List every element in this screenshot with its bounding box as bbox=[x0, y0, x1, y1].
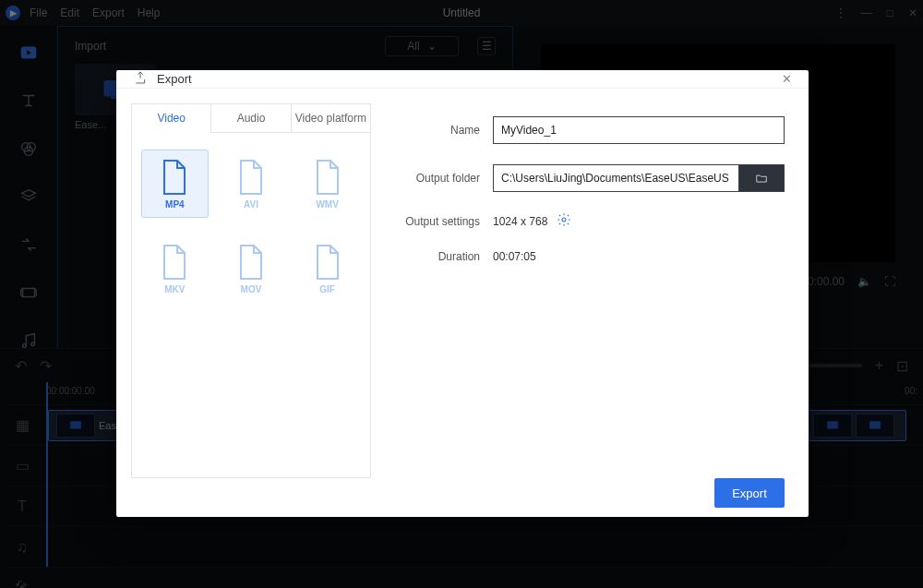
format-label: MKV bbox=[164, 284, 185, 294]
format-label: MOV bbox=[241, 284, 262, 294]
settings-gear-icon[interactable] bbox=[557, 212, 571, 230]
browse-folder-button[interactable] bbox=[738, 164, 785, 192]
file-icon bbox=[160, 159, 189, 196]
format-grid: MP4AVIWMVMKVMOVGIF bbox=[141, 150, 361, 303]
svg-point-12 bbox=[562, 218, 566, 222]
modal-title: Export bbox=[157, 72, 192, 86]
export-modal: Export ✕ Video Audio Video platform MP4A… bbox=[116, 70, 809, 517]
tab-video[interactable]: Video bbox=[131, 103, 211, 133]
close-icon[interactable]: ✕ bbox=[782, 72, 792, 86]
file-icon bbox=[236, 244, 266, 281]
folder-label: Output folder bbox=[388, 172, 480, 185]
tab-platform[interactable]: Video platform bbox=[291, 103, 371, 133]
folder-icon bbox=[754, 172, 769, 185]
format-label: MP4 bbox=[165, 199, 185, 210]
name-input[interactable] bbox=[493, 116, 785, 144]
file-icon bbox=[313, 159, 342, 196]
duration-label: Duration bbox=[388, 250, 480, 263]
tab-audio[interactable]: Audio bbox=[210, 103, 291, 133]
format-mp4[interactable]: MP4 bbox=[141, 150, 209, 218]
format-mov[interactable]: MOV bbox=[218, 234, 285, 303]
format-wmv[interactable]: WMV bbox=[294, 150, 361, 218]
name-label: Name bbox=[388, 124, 480, 137]
file-icon bbox=[236, 159, 266, 196]
file-icon bbox=[160, 244, 189, 281]
format-label: AVI bbox=[244, 199, 258, 210]
format-label: GIF bbox=[319, 284, 335, 294]
format-avi[interactable]: AVI bbox=[218, 150, 285, 218]
folder-input[interactable] bbox=[493, 164, 738, 192]
format-mkv[interactable]: MKV bbox=[141, 234, 209, 303]
duration-value: 00:07:05 bbox=[493, 250, 536, 263]
export-tabs: Video Audio Video platform bbox=[131, 103, 371, 133]
settings-value: 1024 x 768 bbox=[493, 215, 547, 228]
format-label: WMV bbox=[316, 199, 338, 210]
export-icon bbox=[133, 70, 148, 88]
settings-label: Output settings bbox=[388, 215, 480, 228]
export-button[interactable]: Export bbox=[714, 478, 785, 508]
format-gif[interactable]: GIF bbox=[294, 234, 361, 303]
file-icon bbox=[313, 244, 342, 281]
